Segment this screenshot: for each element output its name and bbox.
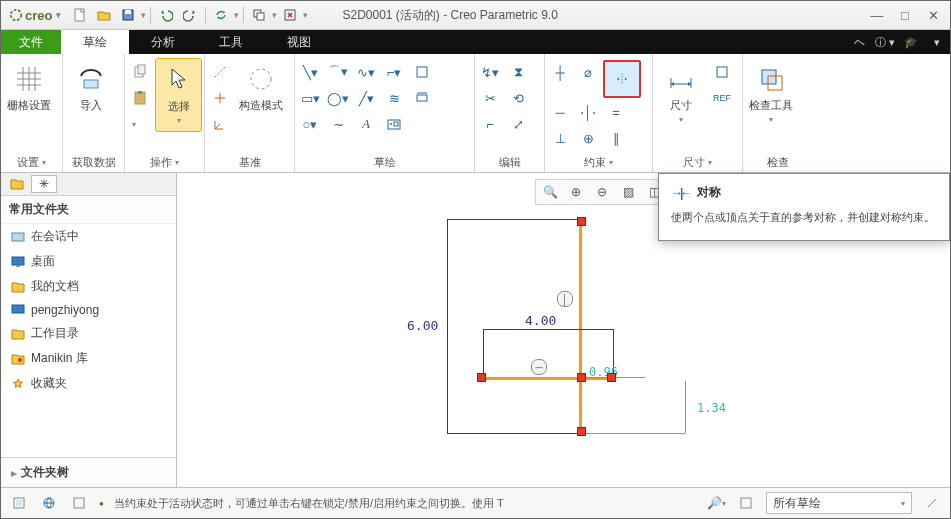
scale-icon[interactable]: ⤢ bbox=[505, 112, 531, 136]
find-icon[interactable]: 🔎▾ bbox=[706, 493, 726, 513]
selection-filter-combo[interactable]: 所有草绘▾ bbox=[766, 492, 912, 514]
setup-dd[interactable]: ▾ bbox=[42, 158, 46, 167]
close-button[interactable]: ✕ bbox=[920, 6, 946, 24]
trim-icon[interactable]: ↯▾ bbox=[477, 60, 503, 84]
vertex[interactable] bbox=[577, 427, 586, 436]
zoom-out-icon[interactable]: ⊖ bbox=[591, 182, 613, 202]
copy-icon[interactable] bbox=[127, 60, 153, 84]
dim-dd[interactable]: ▾ bbox=[708, 158, 712, 167]
status-select-icon[interactable] bbox=[69, 493, 89, 513]
ops-dd[interactable]: ▾ bbox=[175, 158, 179, 167]
mirror-icon[interactable]: ⧗ bbox=[505, 60, 531, 84]
close-window-icon[interactable] bbox=[279, 4, 301, 26]
status-clipboard-icon[interactable] bbox=[9, 493, 29, 513]
tab-sketch[interactable]: 草绘 bbox=[61, 30, 129, 54]
sidebar-item-user[interactable]: pengzhiyong bbox=[1, 299, 176, 321]
dim-4[interactable]: 4.00 bbox=[525, 313, 556, 328]
thicken-icon[interactable]: ≋ bbox=[381, 86, 407, 110]
save-icon[interactable] bbox=[117, 4, 139, 26]
minimize-button[interactable]: — bbox=[864, 6, 890, 24]
vertex[interactable] bbox=[477, 373, 486, 382]
parallel-constraint-icon[interactable]: ∥ bbox=[603, 126, 629, 150]
paste-icon[interactable] bbox=[127, 86, 153, 110]
vertex[interactable] bbox=[577, 373, 586, 382]
horizontal-constraint-icon[interactable]: ─ bbox=[547, 100, 573, 124]
sidebar-item-favorites[interactable]: 收藏夹 bbox=[1, 371, 176, 396]
baseline-dim-icon[interactable] bbox=[709, 60, 735, 84]
sketch-overflow[interactable] bbox=[409, 112, 423, 136]
corner-icon[interactable]: ⌐ bbox=[477, 112, 503, 136]
dim-6[interactable]: 6.00 bbox=[407, 318, 438, 333]
midpoint-constraint-icon[interactable]: ⋅│⋅ bbox=[575, 100, 601, 124]
settings-menu-icon[interactable]: ▾ bbox=[924, 30, 950, 54]
rectangle-icon[interactable]: ▭▾ bbox=[297, 86, 323, 110]
line-icon[interactable]: ╲▾ bbox=[297, 60, 323, 84]
import-button[interactable]: 导入 bbox=[65, 58, 117, 116]
constrain-dd[interactable]: ▾ bbox=[609, 158, 613, 167]
status-web-icon[interactable] bbox=[39, 493, 59, 513]
learn-icon[interactable]: 🎓 bbox=[898, 30, 924, 54]
curve-icon[interactable]: ∼ bbox=[325, 112, 351, 136]
sidebar-item-documents[interactable]: 我的文档 bbox=[1, 274, 176, 299]
vertex[interactable] bbox=[607, 373, 616, 382]
constraint-glyph-v[interactable]: │ bbox=[557, 291, 573, 307]
project-icon[interactable] bbox=[409, 86, 435, 110]
redo-icon[interactable] bbox=[179, 4, 201, 26]
repaint-icon[interactable]: ▨ bbox=[617, 182, 639, 202]
zoom-in-icon[interactable]: ⊕ bbox=[565, 182, 587, 202]
delete-seg-icon[interactable]: ✂ bbox=[477, 86, 503, 110]
ellipse-icon[interactable]: ◯▾ bbox=[325, 86, 351, 110]
tab-analysis[interactable]: 分析 bbox=[129, 30, 197, 54]
paste-dd[interactable]: ▾ bbox=[127, 112, 141, 136]
palette-icon[interactable] bbox=[381, 112, 407, 136]
rotate-icon[interactable]: ⟲ bbox=[505, 86, 531, 110]
coord-sys-icon[interactable] bbox=[207, 112, 233, 136]
chamfer-icon[interactable]: ╱▾ bbox=[353, 86, 379, 110]
open-file-icon[interactable] bbox=[93, 4, 115, 26]
grid-settings-button[interactable]: 栅格设置 bbox=[3, 58, 55, 116]
circle-icon[interactable]: ○▾ bbox=[297, 112, 323, 136]
vertex[interactable] bbox=[577, 217, 586, 226]
tab-tools[interactable]: 工具 bbox=[197, 30, 265, 54]
status-end-icon[interactable] bbox=[922, 493, 942, 513]
regenerate-icon[interactable] bbox=[210, 4, 232, 26]
sidebar-item-manikin[interactable]: Manikin 库 bbox=[1, 346, 176, 371]
perp-constraint-icon[interactable]: ⊥ bbox=[547, 126, 573, 150]
spline-icon[interactable]: ∿▾ bbox=[353, 60, 379, 84]
new-file-icon[interactable] bbox=[69, 4, 91, 26]
constraint-glyph-h[interactable]: ─ bbox=[531, 359, 547, 375]
centerline-icon[interactable] bbox=[207, 60, 233, 84]
sidebar-tab-fav[interactable]: ✳ bbox=[31, 175, 57, 193]
windows-icon[interactable] bbox=[248, 4, 270, 26]
collapse-ribbon-icon[interactable]: ヘ bbox=[846, 30, 872, 54]
text-icon[interactable]: A bbox=[353, 112, 379, 136]
point-icon[interactable] bbox=[207, 86, 233, 110]
coincident-constraint-icon[interactable]: ⊕ bbox=[575, 126, 601, 150]
sidebar-item-session[interactable]: 在会话中 bbox=[1, 224, 176, 249]
inspect-button[interactable]: 检查工具▾ bbox=[745, 58, 797, 130]
offset-icon[interactable] bbox=[409, 60, 435, 84]
graphics-canvas[interactable]: 🔍 ⊕ ⊖ ▨ ◫ ⋯ →|←对称 使两个点或顶点关于直的参考对称，并创建对称约… bbox=[177, 173, 950, 487]
dim-cy-v[interactable]: 1.34 bbox=[697, 401, 726, 415]
sidebar-item-desktop[interactable]: 桌面 bbox=[1, 249, 176, 274]
ref-dim-icon[interactable]: REF bbox=[709, 86, 735, 110]
construction-mode-button[interactable]: 构造模式 bbox=[235, 58, 287, 116]
help-icon[interactable]: ⓘ ▾ bbox=[872, 30, 898, 54]
zoom-fit-icon[interactable]: 🔍 bbox=[539, 182, 561, 202]
file-tab[interactable]: 文件 bbox=[1, 30, 61, 54]
equal-constraint-icon[interactable]: = bbox=[603, 100, 629, 124]
sidebar-tree-toggle[interactable]: ▸文件夹树 bbox=[1, 457, 176, 487]
select-button[interactable]: 选择▾ bbox=[155, 58, 202, 132]
arc-icon[interactable]: ⌒▾ bbox=[325, 60, 351, 84]
sidebar-item-workdir[interactable]: 工作目录 bbox=[1, 321, 176, 346]
undo-icon[interactable] bbox=[155, 4, 177, 26]
fillet-icon[interactable]: ⌐▾ bbox=[381, 60, 407, 84]
symmetric-constraint-icon[interactable] bbox=[603, 60, 641, 98]
selection-filter-icon[interactable] bbox=[736, 493, 756, 513]
tangent-constraint-icon[interactable]: ⌀ bbox=[575, 60, 601, 84]
maximize-button[interactable]: □ bbox=[892, 6, 918, 24]
tab-view[interactable]: 视图 bbox=[265, 30, 333, 54]
vertical-constraint-icon[interactable]: ┼ bbox=[547, 60, 573, 84]
dimension-button[interactable]: 尺寸▾ bbox=[655, 58, 707, 130]
sidebar-tab-folders[interactable] bbox=[7, 176, 27, 192]
